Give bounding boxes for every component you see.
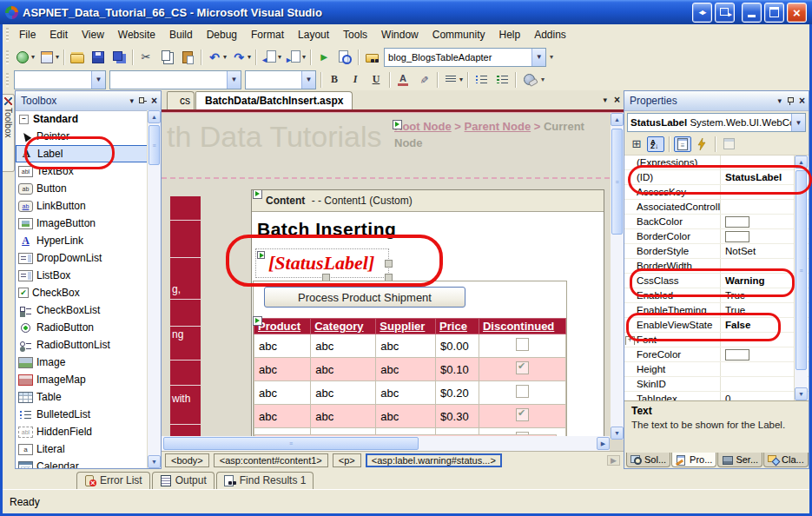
tool-tab-cla[interactable]: Cla... — [763, 453, 809, 467]
properties-header[interactable]: Properties ▾ × — [624, 91, 809, 111]
italic-button[interactable] — [345, 70, 366, 89]
toolbar-overflow-icon[interactable]: ▾ — [541, 76, 545, 83]
alphabetical-sort-icon[interactable] — [647, 136, 664, 152]
toolbox-item-radiobuttonlist[interactable]: RadioButtonList — [16, 336, 148, 354]
redo-button[interactable] — [228, 48, 249, 66]
chevron-down-icon[interactable]: ▼ — [791, 114, 805, 131]
toolbox-item-label[interactable]: Label — [16, 145, 148, 162]
design-surface[interactable]: th Data Tutorials Root Node > Parent Nod… — [162, 113, 610, 440]
toolbar-overflow-icon[interactable]: ▾ — [550, 53, 553, 61]
menu-help[interactable]: Help — [492, 25, 527, 44]
menu-addins[interactable]: Addins — [527, 25, 573, 44]
panel-tab-error-list[interactable]: Error List — [76, 472, 150, 489]
close-icon[interactable]: × — [799, 95, 805, 107]
toolbox-item-imagebutton[interactable]: ImageButton — [16, 215, 148, 232]
tag-asp-content-content1[interactable]: <asp:content#content1> — [214, 453, 328, 467]
smart-tag-icon[interactable] — [257, 251, 265, 259]
tag-body[interactable]: <body> — [165, 453, 209, 467]
panel-tab-find-results-1[interactable]: Find Results 1 — [216, 472, 314, 489]
column-header-category[interactable]: Category — [311, 319, 376, 334]
undo-button[interactable] — [204, 48, 225, 66]
discontinued-checkbox[interactable] — [516, 338, 529, 351]
toolbox-item-pointer[interactable]: Pointer — [16, 128, 148, 145]
dropdown-caret-icon[interactable]: ▾ — [31, 53, 35, 61]
toolbox-header[interactable]: Toolbox ▾ × — [16, 91, 161, 111]
document-tab-cs[interactable]: cs — [167, 91, 195, 109]
property-row-cssclass[interactable]: CssClassWarning — [624, 274, 809, 288]
align-left-button[interactable] — [440, 70, 461, 89]
style-combo-1[interactable]: ▼ — [14, 70, 106, 89]
menu-debug[interactable]: Debug — [200, 25, 244, 44]
toolbox-scrollbar[interactable]: ▲ ≡ ▼ — [147, 110, 161, 468]
highlight-button[interactable] — [413, 70, 434, 89]
dropdown-caret-icon[interactable]: ▾ — [223, 53, 227, 61]
toolbox-item-textbox[interactable]: TextBox — [16, 162, 148, 180]
expand-icon[interactable]: + — [625, 336, 635, 345]
table-adapter-combobox[interactable]: blog_BlogsTableAdapter▼ — [384, 48, 546, 67]
toolbox-item-checkbox[interactable]: CheckBox — [16, 284, 148, 301]
toolbox-item-checkboxlist[interactable]: CheckBoxList — [16, 301, 148, 319]
menu-file[interactable]: File — [12, 25, 43, 44]
toolbox-item-button[interactable]: Button — [16, 180, 148, 197]
find-in-files-button[interactable] — [361, 48, 382, 66]
maximize-button[interactable] — [764, 3, 784, 23]
column-header-discontinued[interactable]: Discontinued — [479, 319, 565, 334]
bulleted-list-button[interactable] — [471, 70, 492, 89]
tool-tab-pro[interactable]: Pro... — [671, 453, 716, 467]
property-row-id[interactable]: (ID)StatusLabel — [624, 170, 809, 185]
scrollbar-thumb[interactable]: ≡ — [611, 129, 623, 235]
toolbox-item-table[interactable]: Table — [16, 388, 148, 406]
property-row-enabletheming[interactable]: EnableThemingTrue — [624, 303, 809, 318]
scrollbar-thumb[interactable]: ≡ — [163, 437, 419, 450]
column-header-price[interactable]: Price — [436, 319, 479, 334]
panel-tab-output[interactable]: Output — [152, 472, 215, 489]
object-selector[interactable]: StatusLabel System.Web.UI.WebControls.La… — [627, 113, 806, 132]
toolbox-item-linkbutton[interactable]: LinkButton — [16, 197, 148, 215]
menu-layout[interactable]: Layout — [291, 25, 336, 44]
dropdown-caret-icon[interactable]: ▾ — [278, 53, 281, 61]
categorized-icon[interactable] — [628, 136, 645, 152]
minimize-button[interactable] — [742, 3, 762, 23]
toolbox-side-tab[interactable]: Toolbox — [3, 94, 15, 172]
start-debug-button[interactable] — [314, 48, 334, 66]
status-label-control[interactable]: [StatusLabel] — [268, 252, 374, 274]
toolbox-item-image[interactable]: Image — [16, 354, 148, 371]
tag-navigator-more-icon[interactable]: ▶ — [607, 455, 620, 466]
add-item-button[interactable] — [36, 48, 57, 66]
breadcrumb-link-parent-node[interactable]: Parent Node — [465, 120, 531, 133]
save-button[interactable] — [88, 48, 109, 66]
tool-tab-ser[interactable]: Ser... — [717, 453, 762, 467]
column-header-product[interactable]: Product — [254, 319, 311, 334]
statuslabel-selection[interactable]: [StatusLabel] — [255, 248, 389, 278]
column-header-supplier[interactable]: Supplier — [376, 319, 436, 334]
process-product-shipment-button[interactable]: Process Product Shipment — [264, 287, 465, 308]
toolbox-item-bulletedlist[interactable]: BulletedList — [16, 406, 148, 423]
discontinued-checkbox[interactable] — [516, 385, 529, 398]
dropdown-caret-icon[interactable]: ▾ — [248, 53, 251, 61]
menu-window[interactable]: Window — [374, 25, 426, 44]
navigate-forward-button[interactable] — [283, 48, 304, 66]
property-row-forecolor[interactable]: ForeColor — [624, 347, 809, 362]
smart-tag-icon[interactable] — [253, 189, 262, 199]
cut-button[interactable] — [135, 48, 156, 66]
property-row-enabled[interactable]: EnabledTrue — [624, 288, 809, 303]
scroll-up-icon[interactable]: ▲ — [611, 113, 624, 126]
view-in-browser-button[interactable] — [334, 48, 355, 66]
property-row-associatedcontrolid[interactable]: AssociatedControlID — [624, 200, 809, 215]
menu-format[interactable]: Format — [244, 25, 291, 44]
open-file-button[interactable] — [67, 48, 88, 66]
properties-view-icon[interactable] — [674, 136, 691, 152]
smart-tag-icon[interactable] — [393, 120, 402, 129]
new-website-button[interactable] — [12, 48, 33, 66]
property-row-tabindex[interactable]: TabIndex0 — [624, 392, 809, 400]
paste-button[interactable] — [177, 48, 198, 66]
close-button[interactable] — [787, 3, 807, 23]
underline-button[interactable] — [366, 70, 386, 89]
designer-hscrollbar[interactable]: ≡ ▶ — [162, 436, 610, 451]
events-icon[interactable] — [693, 136, 710, 152]
menu-view[interactable]: View — [75, 25, 111, 44]
chevron-down-icon[interactable]: ▼ — [227, 71, 241, 89]
navigate-back-button[interactable] — [259, 48, 280, 66]
discontinued-checkbox[interactable] — [516, 408, 529, 421]
toolbox-item-listbox[interactable]: ListBox — [16, 267, 148, 284]
